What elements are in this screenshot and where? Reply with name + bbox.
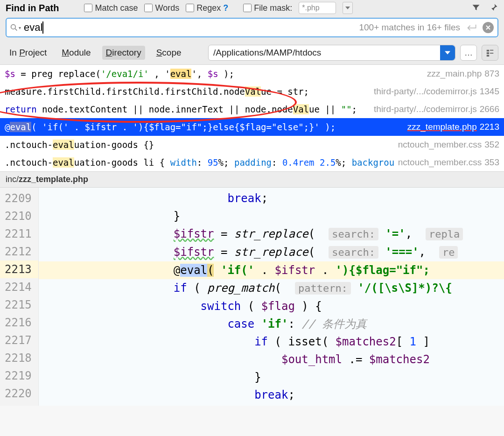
- code-line: }: [39, 368, 504, 386]
- result-file: zzz_main.php: [427, 69, 482, 79]
- result-code: @eval( 'if(' . $ifstr . '){$flag="if";}e…: [5, 122, 404, 132]
- tab-directory[interactable]: Directory: [102, 46, 145, 60]
- file-mask-input[interactable]: [299, 2, 336, 14]
- result-line-number: 873: [484, 69, 499, 79]
- tab-in-project[interactable]: In Project: [6, 46, 50, 60]
- gutter-line: 2220: [5, 385, 32, 402]
- search-icon[interactable]: ▾: [10, 24, 21, 31]
- match-case-checkbox[interactable]: Match case: [84, 3, 138, 13]
- path-dropdown-icon[interactable]: [440, 45, 455, 60]
- gutter-line: 2217: [5, 331, 32, 349]
- pin-icon[interactable]: [489, 3, 498, 14]
- scope-row: In Project Module Directory Scope /Appli…: [0, 41, 504, 65]
- svg-rect-2: [487, 50, 489, 52]
- code-line: @eval( 'if(' . $ifstr . '){$flag="if";: [39, 261, 504, 279]
- result-line-number: 2213: [480, 122, 499, 132]
- search-input[interactable]: eval: [24, 21, 42, 34]
- filter-icon[interactable]: [471, 3, 481, 14]
- result-file: nctouch_member.css: [398, 157, 482, 168]
- svg-rect-4: [487, 52, 489, 54]
- result-row[interactable]: $s = preg_replace('/eva1/i' , 'eval', $s…: [0, 65, 504, 83]
- match-case-label: Match case: [95, 3, 138, 13]
- result-line-number: 352: [484, 140, 499, 150]
- gutter-line: 2212: [5, 243, 32, 260]
- browse-button[interactable]: …: [460, 45, 477, 61]
- result-code: measure.firstChild.firstChild.firstChild…: [5, 86, 370, 97]
- result-code: .nctouch-evaluation-goods {}: [5, 140, 394, 150]
- file-mask-checkbox[interactable]: File mask:: [243, 3, 292, 13]
- code-line: $out_html .= $matches2: [39, 351, 504, 368]
- gutter-line: 2214: [5, 278, 32, 296]
- tab-scope[interactable]: Scope: [153, 46, 185, 60]
- result-line-number: 1345: [480, 86, 499, 97]
- breadcrumb-dir: inc/: [6, 175, 19, 184]
- regex-label: Regex: [196, 3, 221, 13]
- editor-preview: 2209221022112212221322142215221622172218…: [0, 188, 504, 406]
- gutter-line: 2213: [0, 260, 38, 278]
- match-count: 100+ matches in 16+ files: [359, 22, 460, 33]
- gutter-line: 2211: [5, 225, 32, 243]
- gutter-line: 2219: [5, 367, 32, 385]
- code-line: if ( isset( $matches2[ 1 ]: [39, 333, 504, 351]
- search-row: ▾ eval 100+ matches in 16+ files: [6, 18, 498, 37]
- enter-icon[interactable]: [466, 24, 477, 32]
- result-file: nctouch_member.css: [398, 140, 482, 150]
- code-line: break;: [39, 386, 504, 404]
- result-row[interactable]: .nctouch-evaluation-goods {}nctouch_memb…: [0, 136, 504, 154]
- code-line: }: [39, 207, 504, 225]
- file-mask-dropdown[interactable]: [343, 2, 353, 14]
- words-checkbox[interactable]: Words: [144, 3, 179, 13]
- code-line: switch ( $flag ) {: [39, 297, 504, 315]
- result-row[interactable]: return node.textContent || node.innerTex…: [0, 100, 504, 118]
- result-file: third-party/.../codemirror.js: [374, 86, 477, 97]
- svg-rect-3: [490, 50, 493, 51]
- words-label: Words: [155, 3, 179, 13]
- code-line: $ifstr = str_replace( search: '=', repla: [39, 225, 504, 243]
- gutter-line: 2209: [5, 190, 32, 207]
- editor-code[interactable]: break; } $ifstr = str_replace( search: '…: [39, 188, 504, 406]
- result-code: return node.textContent || node.innerTex…: [5, 104, 370, 114]
- breadcrumb: inc/zzz_template.php: [0, 171, 504, 188]
- code-line: if ( preg_match( pattern: '/([\s\S]*)?\{: [39, 279, 504, 297]
- results-list: $s = preg_replace('/eva1/i' , 'eval', $s…: [0, 65, 504, 171]
- svg-rect-5: [490, 53, 493, 54]
- text-cursor: [42, 21, 43, 34]
- result-line-number: 2666: [480, 104, 499, 114]
- result-line-number: 353: [484, 157, 499, 168]
- result-row[interactable]: .nctouch-evaluation-goods li { width: 95…: [0, 154, 504, 171]
- clear-icon[interactable]: [483, 22, 494, 33]
- svg-rect-6: [487, 55, 489, 57]
- titlebar: Find in Path Match case Words Regex ? Fi…: [0, 0, 504, 18]
- regex-checkbox[interactable]: Regex ?: [186, 3, 228, 13]
- dialog-title: Find in Path: [6, 3, 59, 14]
- tree-toggle-button[interactable]: [482, 45, 498, 61]
- gutter-line: 2210: [5, 207, 32, 225]
- svg-line-1: [15, 28, 17, 30]
- result-row[interactable]: @eval( 'if(' . $ifstr . '){$flag="if";}e…: [0, 118, 504, 136]
- svg-point-0: [11, 25, 16, 29]
- result-file: third-party/.../codemirror.js: [374, 104, 477, 114]
- file-mask-label: File mask:: [254, 3, 292, 13]
- code-line: $ifstr = str_replace( search: '===', re: [39, 243, 504, 261]
- breadcrumb-file: zzz_template.php: [19, 175, 88, 184]
- gutter-line: 2215: [5, 296, 32, 314]
- code-line: case 'if': // 条件为真: [39, 315, 504, 333]
- gutter-line: 2218: [5, 349, 32, 367]
- directory-path-text: /Applications/MAMP/htdocs: [209, 48, 440, 58]
- editor-gutter: 2209221022112212221322142215221622172218…: [0, 188, 39, 406]
- directory-path-select[interactable]: /Applications/MAMP/htdocs: [208, 45, 455, 61]
- tab-module[interactable]: Module: [58, 46, 94, 60]
- result-file: zzz_template.php: [407, 122, 477, 132]
- result-code: .nctouch-evaluation-goods li { width: 95…: [5, 157, 394, 168]
- result-code: $s = preg_replace('/eva1/i' , 'eval', $s…: [5, 69, 423, 79]
- result-row[interactable]: measure.firstChild.firstChild.firstChild…: [0, 83, 504, 100]
- search-bar: ▾ eval 100+ matches in 16+ files: [0, 18, 504, 41]
- code-line: break;: [39, 190, 504, 207]
- gutter-line: 2216: [5, 314, 32, 331]
- regex-help-icon[interactable]: ?: [223, 3, 228, 13]
